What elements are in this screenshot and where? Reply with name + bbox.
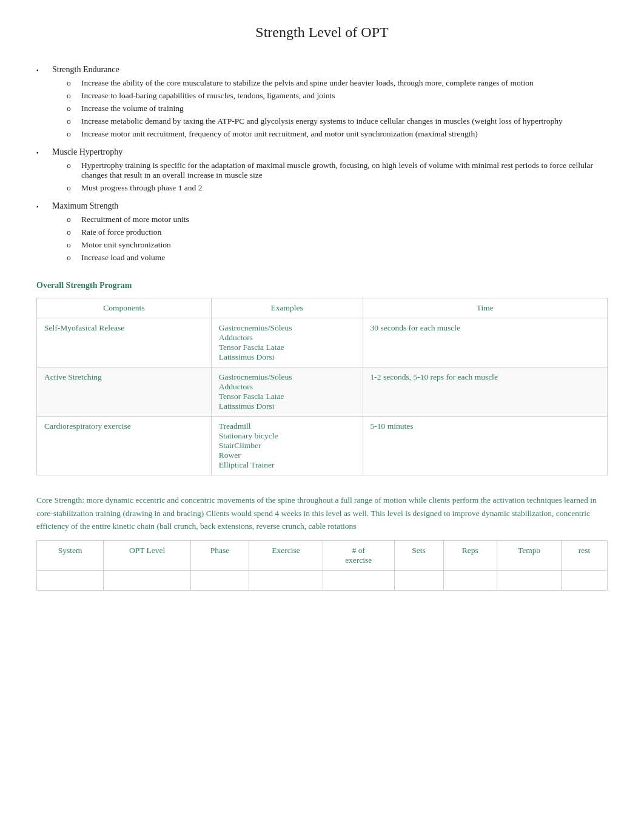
sub-bullet-icon: o [67, 129, 75, 139]
sub-list-0: oIncrease the ability of the core muscul… [67, 78, 608, 139]
bottom-table-empty-cell-5 [394, 570, 443, 590]
program-table-header-1: Examples [211, 298, 363, 318]
section-heading: Overall Strength Program [36, 281, 608, 290]
program-examples-1: Gastrocnemius/SoleusAdductorsTensor Fasc… [211, 367, 363, 417]
sub-item-text: Motor unit synchronization [81, 240, 171, 250]
sub-list-1: oHypertrophy training is specific for th… [67, 161, 608, 193]
bottom-table-header-1: OPT Level [104, 540, 191, 570]
bullet-icon-1: ▪ [36, 149, 46, 156]
sub-bullet-icon: o [67, 116, 75, 126]
bottom-table-empty-cell-0 [37, 570, 104, 590]
bottom-table-header-0: System [37, 540, 104, 570]
bullet-item-2: ▪Maximum Strength [36, 201, 608, 211]
sub-item-text: Increase metabolic demand by taxing the … [81, 116, 563, 126]
sub-item-text: Increase the ability of the core muscula… [81, 78, 534, 88]
bottom-table-header-8: rest [562, 540, 608, 570]
program-table-header-row: ComponentsExamplesTime [37, 298, 608, 318]
bottom-table-empty-cell-3 [249, 570, 323, 590]
program-example-item-2-4: Elliptical Trainer [219, 460, 355, 470]
sub-item-text: Hypertrophy training is specific for the… [81, 161, 608, 180]
program-example-item-2-0: Treadmill [219, 421, 355, 431]
sub-list-item-2-3: oIncrease load and volume [67, 253, 608, 263]
sub-item-text: Increase to load-baring capabilities of … [81, 91, 335, 101]
sub-list-item-2-0: oRecruitment of more motor units [67, 215, 608, 224]
bullet-label-0: Strength Endurance [52, 65, 119, 75]
program-example-item-1-3: Latissimus Dorsi [219, 401, 355, 411]
sub-list-item-2-1: oRate of force production [67, 227, 608, 237]
sub-item-text: Recruitment of more motor units [81, 215, 189, 224]
program-table-header-0: Components [37, 298, 212, 318]
sub-item-text: Must progress through phase 1 and 2 [81, 183, 202, 193]
bottom-table-empty-cell-1 [104, 570, 191, 590]
program-example-item-2-2: StairClimber [219, 441, 355, 451]
sub-list-item-0-3: oIncrease metabolic demand by taxing the… [67, 116, 608, 126]
program-component-2: Cardiorespiratory exercise [37, 417, 212, 475]
program-table-row-0: Self-Myofasical ReleaseGastrocnemius/Sol… [37, 318, 608, 367]
sub-list-item-0-0: oIncrease the ability of the core muscul… [67, 78, 608, 88]
program-example-item-2-1: Stationary bicycle [219, 431, 355, 441]
program-example-item-0-3: Latissimus Dorsi [219, 352, 355, 362]
main-list-item-1: ▪Muscle HypertrophyoHypertrophy training… [36, 147, 608, 193]
bottom-table: SystemOPT LevelPhaseExercise# ofexercise… [36, 540, 608, 591]
bottom-table-header-2: Phase [190, 540, 249, 570]
program-table-row-1: Active StretchingGastrocnemius/SoleusAdd… [37, 367, 608, 417]
program-time-2: 5-10 minutes [363, 417, 607, 475]
program-table-body: Self-Myofasical ReleaseGastrocnemius/Sol… [37, 318, 608, 475]
sub-list-item-0-1: oIncrease to load-baring capabilities of… [67, 91, 608, 101]
bottom-table-empty-cell-2 [190, 570, 249, 590]
program-component-1: Active Stretching [37, 367, 212, 417]
main-list: ▪Strength EnduranceoIncrease the ability… [36, 65, 608, 263]
bottom-table-header-5: Sets [394, 540, 443, 570]
sub-bullet-icon: o [67, 104, 75, 113]
main-list-item-0: ▪Strength EnduranceoIncrease the ability… [36, 65, 608, 139]
bottom-table-header-row: SystemOPT LevelPhaseExercise# ofexercise… [37, 540, 608, 570]
program-example-item-2-3: Rower [219, 451, 355, 460]
program-example-item-1-0: Gastrocnemius/Soleus [219, 372, 355, 382]
bullet-label-2: Maximum Strength [52, 201, 118, 211]
sub-bullet-icon: o [67, 161, 75, 170]
bullet-item-0: ▪Strength Endurance [36, 65, 608, 75]
sub-list-2: oRecruitment of more motor unitsoRate of… [67, 215, 608, 263]
sub-bullet-icon: o [67, 78, 75, 88]
sub-bullet-icon: o [67, 91, 75, 101]
bottom-table-header-7: Tempo [497, 540, 562, 570]
program-example-item-0-2: Tensor Fascia Latae [219, 343, 355, 352]
bottom-table-empty-cell-7 [497, 570, 562, 590]
bottom-table-header-6: Reps [443, 540, 497, 570]
bottom-table-empty-cell-6 [443, 570, 497, 590]
sub-bullet-icon: o [67, 215, 75, 224]
program-table: ComponentsExamplesTime Self-Myofasical R… [36, 298, 608, 475]
program-table-head: ComponentsExamplesTime [37, 298, 608, 318]
bottom-table-body [37, 570, 608, 590]
program-time-1: 1-2 seconds, 5-10 reps for each muscle [363, 367, 607, 417]
sub-bullet-icon: o [67, 183, 75, 193]
bullet-icon-2: ▪ [36, 203, 46, 210]
sub-bullet-icon: o [67, 240, 75, 250]
program-table-header-2: Time [363, 298, 607, 318]
sub-list-item-2-2: oMotor unit synchronization [67, 240, 608, 250]
sub-item-text: Increase load and volume [81, 253, 165, 263]
bottom-table-header-3: Exercise [249, 540, 323, 570]
sub-bullet-icon: o [67, 253, 75, 263]
sub-list-item-0-4: oIncrease motor unit recruitment, freque… [67, 129, 608, 139]
program-example-item-1-1: Adductors [219, 382, 355, 392]
bottom-table-empty-cell-8 [562, 570, 608, 590]
program-table-row-2: Cardiorespiratory exerciseTreadmillStati… [37, 417, 608, 475]
bottom-table-head: SystemOPT LevelPhaseExercise# ofexercise… [37, 540, 608, 570]
program-examples-2: TreadmillStationary bicycleStairClimberR… [211, 417, 363, 475]
sub-bullet-icon: o [67, 227, 75, 237]
bottom-table-header-4: # ofexercise [323, 540, 394, 570]
program-component-0: Self-Myofasical Release [37, 318, 212, 367]
program-example-item-0-1: Adductors [219, 333, 355, 343]
sub-list-item-1-0: oHypertrophy training is specific for th… [67, 161, 608, 180]
program-time-0: 30 seconds for each muscle [363, 318, 607, 367]
sub-list-item-1-1: oMust progress through phase 1 and 2 [67, 183, 608, 193]
bullet-label-1: Muscle Hypertrophy [52, 147, 122, 157]
bullet-item-1: ▪Muscle Hypertrophy [36, 147, 608, 157]
bottom-table-empty-cell-4 [323, 570, 394, 590]
page-title: Strength Level of OPT [36, 24, 608, 41]
program-example-item-1-2: Tensor Fascia Latae [219, 392, 355, 401]
bullet-icon-0: ▪ [36, 67, 46, 73]
sub-item-text: Increase the volume of training [81, 104, 184, 113]
sub-item-text: Increase motor unit recruitment, frequen… [81, 129, 478, 139]
